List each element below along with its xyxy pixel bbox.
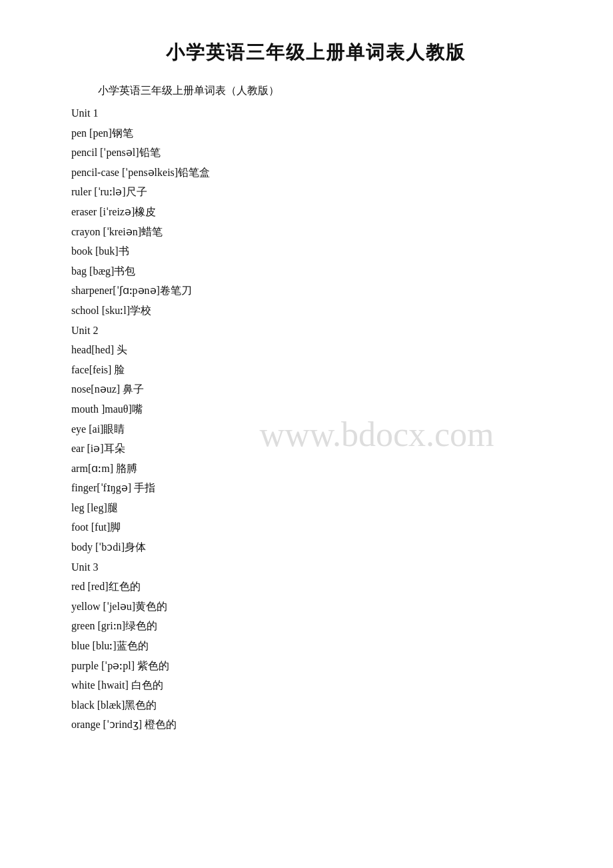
word-line: yellow [ˈjeləu]黄色的 — [71, 597, 560, 617]
word-line: black [blæk]黑色的 — [71, 695, 560, 715]
word-line: white [hwait] 白色的 — [71, 675, 560, 695]
word-line: pen [pen]钢笔 — [71, 123, 560, 143]
word-line: foot [fut]脚 — [71, 517, 560, 537]
word-line: body [ˈbɔdi]身体 — [71, 537, 560, 557]
word-line: leg [leg]腿 — [71, 498, 560, 518]
word-line: eye [ai]眼睛 — [71, 419, 560, 439]
content-area: Unit 1pen [pen]钢笔pencil [ˈpensəl]铅笔penci… — [71, 103, 560, 735]
word-line: pencil-case [ˈpensəlkeis]铅笔盒 — [71, 163, 560, 183]
word-line: crayon [ˈkreiən]蜡笔 — [71, 222, 560, 242]
word-line: bag [bæg]书包 — [71, 261, 560, 281]
page-title: 小学英语三年级上册单词表人教版 — [71, 40, 560, 65]
word-line: face[feis] 脸 — [71, 360, 560, 380]
word-line: school [skuːl]学校 — [71, 301, 560, 321]
word-line: head[hed] 头 — [71, 340, 560, 360]
word-line: nose[nəuz] 鼻子 — [71, 379, 560, 399]
word-line: purple [ˈpəːpl] 紫色的 — [71, 656, 560, 676]
word-line: ear [iə]耳朵 — [71, 439, 560, 459]
unit-heading: Unit 1 — [71, 103, 560, 123]
word-line: orange [ˈɔrindʒ] 橙色的 — [71, 715, 560, 735]
word-line: arm[ɑːm] 胳膊 — [71, 459, 560, 479]
word-line: mouth ]mauθ]嘴 — [71, 399, 560, 419]
word-line: book [buk]书 — [71, 241, 560, 261]
word-line: ruler [ˈruːlə]尺子 — [71, 182, 560, 202]
word-line: blue [bluː]蓝色的 — [71, 636, 560, 656]
word-line: red [red]红色的 — [71, 577, 560, 597]
unit-heading: Unit 3 — [71, 557, 560, 577]
unit-heading: Unit 2 — [71, 321, 560, 341]
word-line: sharpener[ˈʃɑːpənə]卷笔刀 — [71, 281, 560, 301]
word-line: eraser [iˈreizə]橡皮 — [71, 202, 560, 222]
word-line: pencil [ˈpensəl]铅笔 — [71, 143, 560, 163]
subtitle: 小学英语三年级上册单词表（人教版） — [71, 84, 560, 98]
word-line: green [griːn]绿色的 — [71, 616, 560, 636]
word-line: finger[ˈfɪŋgə] 手指 — [71, 478, 560, 498]
